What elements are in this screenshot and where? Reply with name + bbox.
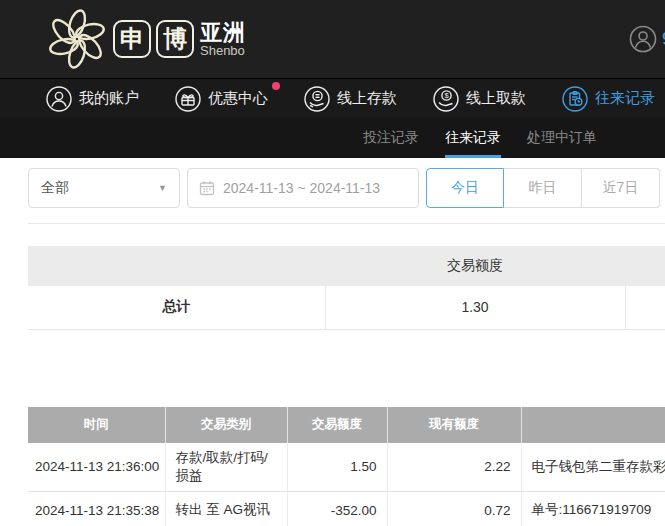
col-header-type: 交易类别 (165, 407, 287, 443)
last7days-button[interactable]: 近7日 (582, 168, 660, 208)
calendar-icon (199, 180, 215, 196)
nav-item-label: 线上取款 (466, 89, 526, 108)
tab-label: 投注记录 (363, 129, 419, 147)
nav-item-online-withdraw[interactable]: $ 线上取款 (433, 86, 526, 112)
cell-time: 2024-11-13 21:35:38 (28, 491, 165, 526)
cell-balance: 0.72 (387, 491, 521, 526)
type-select-value: 全部 (41, 179, 69, 197)
summary-table: 交易额度 总计 1.30 (28, 246, 665, 330)
cell-balance: 2.22 (387, 443, 521, 492)
today-button[interactable]: 今日 (426, 168, 504, 208)
tab-label: 往来记录 (445, 129, 501, 147)
filter-divider (28, 223, 665, 224)
brand-flower-icon (46, 8, 108, 70)
nav-item-my-account[interactable]: 我的账户 (46, 86, 139, 112)
gift-icon (175, 86, 201, 112)
summary-header-amount: 交易额度 (325, 246, 625, 286)
cell-type: 存款/取款/打码/损益 (165, 443, 287, 492)
summary-header-row: 交易额度 (28, 246, 665, 286)
date-range-value: 2024-11-13 ~ 2024-11-13 (223, 180, 380, 196)
nav-item-label: 往来记录 (595, 89, 655, 108)
date-range-input[interactable]: 2024-11-13 ~ 2024-11-13 (187, 168, 419, 208)
summary-total-label: 总计 (28, 286, 325, 329)
brand-subtitle: Shenbo (200, 44, 246, 58)
nav-item-label: 我的账户 (79, 89, 139, 108)
cell-note: 电子钱包第二重存款彩金 (521, 443, 665, 492)
cell-amount: 1.50 (287, 443, 387, 492)
main-nav: 我的账户 优惠中心 线上存款 $ 线上取款 (0, 78, 665, 118)
nav-item-label: 线上存款 (337, 89, 397, 108)
tab-betting-records[interactable]: 投注记录 (363, 118, 419, 158)
brand-region-label: 亚洲 (200, 21, 246, 44)
cell-amount: -352.00 (287, 491, 387, 526)
summary-header-empty (28, 246, 325, 286)
tab-pending-orders[interactable]: 处理中订单 (527, 118, 597, 158)
records-table: 时间 交易类别 交易额度 现有额度 2024-11-13 21:36:00 存款… (28, 407, 665, 526)
summary-total-value: 1.30 (325, 286, 625, 329)
table-row: 2024-11-13 21:36:00 存款/取款/打码/损益 1.50 2.2… (28, 443, 665, 492)
cell-type: 转出 至 AG视讯 (165, 491, 287, 526)
cell-time: 2024-11-13 21:36:00 (28, 443, 165, 492)
records-header-row: 时间 交易类别 交易额度 现有额度 (28, 407, 665, 443)
nav-item-transaction-records[interactable]: 往来记录 (562, 86, 655, 112)
top-brand-bar: 申 博 亚洲 Shenbo 9 (0, 0, 665, 78)
notification-dot (272, 82, 280, 90)
summary-header-empty2 (625, 246, 665, 286)
filter-row: 全部 ▼ 2024-11-13 ~ 2024-11-13 今日 昨日 近7日 (28, 168, 665, 208)
table-row: 2024-11-13 21:35:38 转出 至 AG视讯 -352.00 0.… (28, 491, 665, 526)
record-tabs: 投注记录 往来记录 处理中订单 (0, 118, 665, 158)
tab-label: 处理中订单 (527, 129, 597, 147)
summary-total-row: 总计 1.30 (28, 286, 665, 329)
user-icon (46, 86, 72, 112)
chevron-down-icon: ▼ (158, 183, 167, 193)
yesterday-button[interactable]: 昨日 (504, 168, 582, 208)
records-icon (562, 86, 588, 112)
brand-char-bo: 博 (156, 20, 194, 58)
nav-item-label: 优惠中心 (208, 89, 268, 108)
avatar-icon[interactable] (629, 25, 657, 53)
quick-date-buttons: 今日 昨日 近7日 (426, 168, 660, 208)
nav-item-online-deposit[interactable]: 线上存款 (304, 86, 397, 112)
brand-char-shen: 申 (113, 20, 151, 58)
withdraw-icon: $ (433, 86, 459, 112)
type-select[interactable]: 全部 ▼ (28, 168, 180, 208)
nav-item-promotions[interactable]: 优惠中心 (175, 86, 268, 112)
col-header-amount: 交易额度 (287, 407, 387, 443)
tab-transaction-records[interactable]: 往来记录 (445, 118, 501, 158)
deposit-icon (304, 86, 330, 112)
cell-note: 单号:116671919709 (521, 491, 665, 526)
col-header-time: 时间 (28, 407, 165, 443)
brand-wordmark: 亚洲 Shenbo (200, 21, 246, 58)
summary-total-extra (625, 286, 665, 329)
col-header-note (521, 407, 665, 443)
col-header-balance: 现有额度 (387, 407, 521, 443)
